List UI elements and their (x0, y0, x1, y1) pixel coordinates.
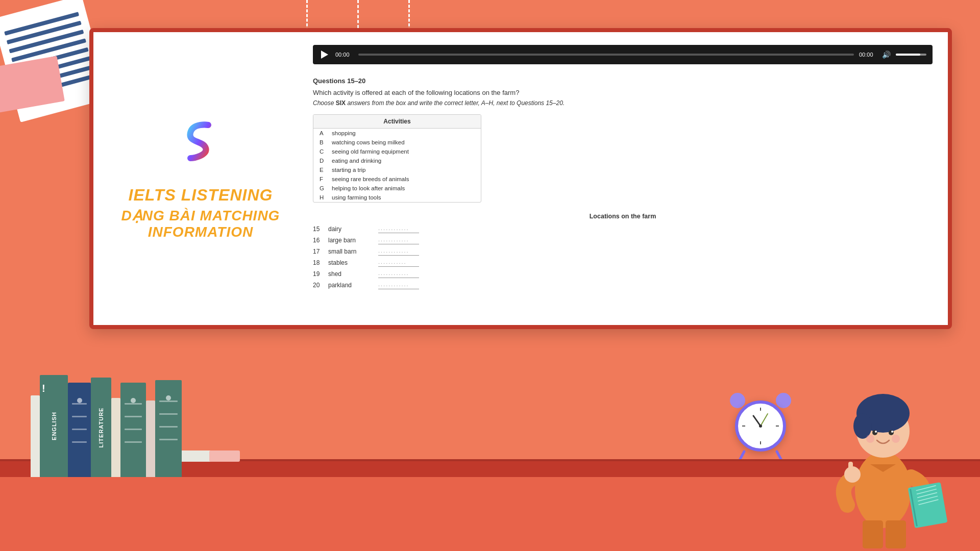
activity-text: eating and drinking (332, 158, 381, 164)
location-number: 18 (313, 259, 324, 266)
location-name: shed (328, 270, 374, 278)
activity-row: Bwatching cows being milked (313, 138, 481, 147)
question-text: Which activity is offered at each of the… (313, 89, 933, 96)
location-number: 20 (313, 282, 324, 289)
location-name: small barn (328, 248, 374, 255)
activity-text: watching cows being milked (332, 139, 405, 145)
instruction-pre: Choose (313, 99, 336, 107)
time-total: 00:00 (859, 52, 877, 58)
instruction-bold: SIX (336, 99, 346, 107)
eraser-pink (209, 450, 240, 462)
location-number: 17 (313, 248, 324, 255)
volume-icon[interactable]: 🔊 (882, 51, 891, 59)
whiteboard-right: 00:00 00:00 🔊 Questions 15–20 Which acti… (308, 32, 948, 325)
wb-title: IELTS LISTENING DẠNG BÀI MATCHING INFORM… (109, 186, 292, 240)
whiteboard: IELTS LISTENING DẠNG BÀI MATCHING INFORM… (89, 28, 952, 329)
volume-fill (896, 54, 920, 56)
activity-row: Ghelping to look after animals (313, 184, 481, 193)
svg-rect-21 (848, 462, 853, 477)
activity-letter: F (320, 176, 328, 182)
svg-point-18 (866, 435, 874, 443)
activity-text: starting a trip (332, 167, 365, 173)
activity-row: Deating and drinking (313, 156, 481, 165)
logo-container (180, 117, 221, 165)
svg-line-9 (777, 452, 781, 459)
svg-point-14 (872, 430, 877, 435)
clock-legs-svg (730, 449, 791, 459)
activity-text: seeing rare breeds of animals (332, 176, 409, 182)
activity-row: Estarting a trip (313, 165, 481, 174)
location-answer: ........... (378, 259, 419, 267)
location-row: 16 large barn ............ (313, 236, 933, 244)
dashed-line-2 (357, 0, 359, 28)
location-answer: ............ (378, 236, 419, 244)
svg-point-16 (875, 431, 877, 433)
svg-point-3 (759, 424, 762, 428)
clock-face-svg (738, 404, 783, 448)
svg-point-19 (892, 435, 900, 443)
book (31, 395, 40, 477)
book (111, 398, 120, 477)
location-row: 15 dairy ............ (313, 225, 933, 233)
progress-bar[interactable] (358, 54, 854, 56)
activity-text: shopping (332, 130, 356, 136)
activity-letter: E (320, 167, 328, 173)
time-elapsed: 00:00 (335, 52, 353, 58)
title-line1: IELTS LISTENING (109, 186, 292, 205)
activity-row: Husing farming tools (313, 193, 481, 202)
activities-table: Activities AshoppingBwatching cows being… (313, 114, 481, 203)
activities-list: AshoppingBwatching cows being milkedCsee… (313, 129, 481, 202)
activity-row: Fseeing rare breeds of animals (313, 174, 481, 184)
clock-body (735, 400, 786, 452)
location-row: 20 parkland ............ (313, 281, 933, 289)
svg-point-17 (891, 431, 893, 433)
question-instruction: Choose SIX answers from the box and writ… (313, 99, 933, 107)
location-row: 19 shed ............ (313, 270, 933, 278)
activity-letter: G (320, 185, 328, 191)
play-button[interactable] (319, 49, 330, 60)
location-name: stables (328, 259, 374, 266)
alarm-clock (730, 390, 791, 457)
location-answer: ............ (378, 281, 419, 289)
book (146, 400, 155, 477)
exclamation-mark: ! (42, 383, 45, 394)
play-icon (321, 51, 328, 59)
svg-rect-30 (886, 520, 906, 548)
books-container: ENGLISH!LITERATURE (31, 375, 182, 477)
whiteboard-left: IELTS LISTENING DẠNG BÀI MATCHING INFORM… (93, 32, 308, 325)
book: ENGLISH! (40, 375, 68, 477)
location-number: 15 (313, 226, 324, 233)
activity-letter: C (320, 148, 328, 155)
activity-letter: B (320, 139, 328, 145)
location-number: 19 (313, 270, 324, 278)
instruction-post: answers from the box and write the corre… (346, 99, 565, 107)
activity-letter: A (320, 130, 328, 136)
location-row: 17 small barn ............ (313, 247, 933, 256)
clock-container (730, 390, 801, 472)
book (155, 380, 182, 477)
activity-text: using farming tools (332, 194, 381, 201)
activity-text: seeing old farming equipment (332, 148, 409, 155)
activity-letter: H (320, 194, 328, 201)
character (812, 347, 954, 551)
activities-header: Activities (313, 115, 481, 129)
volume-slider[interactable] (896, 54, 926, 56)
activity-text: helping to look after animals (332, 185, 405, 191)
character-svg (812, 347, 954, 551)
question-number: Questions 15–20 (313, 77, 933, 85)
activity-row: Ashopping (313, 129, 481, 138)
location-name: dairy (328, 226, 374, 233)
title-line2: DẠNG BÀI MATCHING INFORMATION (109, 207, 292, 240)
s-logo (180, 117, 221, 163)
location-name: parkland (328, 282, 374, 289)
svg-point-10 (855, 452, 911, 528)
location-answer: ............ (378, 270, 419, 278)
location-row: 18 stables ........... (313, 259, 933, 267)
activity-letter: D (320, 158, 328, 164)
svg-rect-29 (863, 520, 883, 548)
audio-player[interactable]: 00:00 00:00 🔊 (313, 45, 933, 64)
book (68, 383, 91, 477)
book (120, 383, 146, 477)
book-label: ENGLISH (51, 412, 57, 440)
location-answer: ............ (378, 247, 419, 256)
